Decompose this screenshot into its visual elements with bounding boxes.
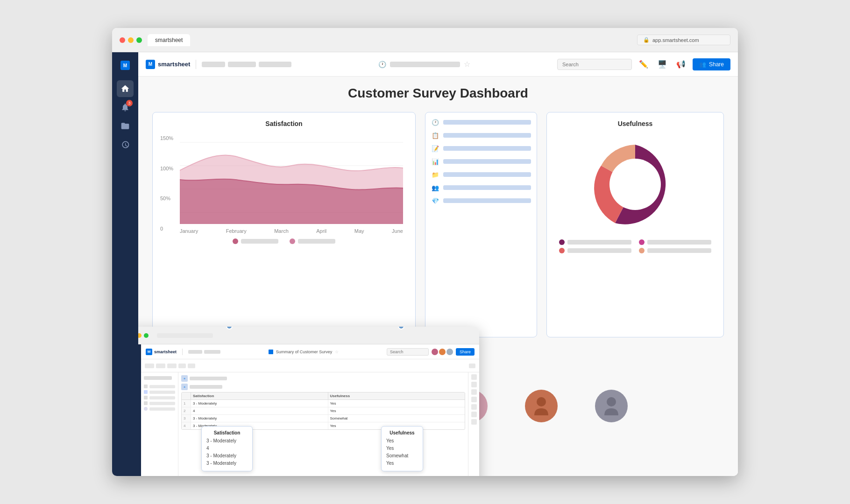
overlay-grid-row-1: 1 3 - Moderately Yes <box>182 400 465 407</box>
list-icon-3: 📝 <box>431 144 439 153</box>
overlay-nav-icon-3 <box>144 396 148 399</box>
sidebar-item-notifications[interactable]: 3 <box>117 99 134 116</box>
list-bar-3 <box>443 146 531 151</box>
overlay-right-icon-1[interactable] <box>471 374 477 380</box>
list-row-7: 💎 <box>431 196 531 205</box>
overlay-toolbar-btn-1[interactable] <box>145 364 154 368</box>
row-expand-icon[interactable]: + <box>181 375 188 382</box>
maximize-dot[interactable] <box>136 37 142 43</box>
overlay-toolbar-btn-2[interactable] <box>156 364 165 368</box>
usefulness-card-title: Usefulness <box>554 120 716 127</box>
overlay-left-nav <box>141 372 178 476</box>
satisfaction-card: Satisfaction 150% 100% 50% 0 <box>152 112 416 337</box>
announce-icon-btn[interactable]: 📢 <box>674 57 688 71</box>
overlay-right-icon-6[interactable] <box>471 412 477 417</box>
star-icon[interactable]: ☆ <box>464 60 470 69</box>
main-sidebar: M 3 <box>112 52 138 476</box>
search-input[interactable] <box>557 59 632 70</box>
present-icon-btn[interactable]: 🖥️ <box>655 57 669 71</box>
share-button[interactable]: 👥 Share <box>693 58 730 70</box>
url-text: app.smartsheet.com <box>652 37 699 43</box>
browser-tab-active[interactable]: smartsheet <box>148 34 190 46</box>
overlay-maximize-dot[interactable] <box>144 333 149 338</box>
overlay-header-right: Share <box>387 348 475 356</box>
overlay-breadcrumbs <box>188 350 220 354</box>
sidebar-item-home[interactable] <box>117 80 134 97</box>
overlay-avatar-strip <box>432 349 453 355</box>
usefulness-tooltip-row-1: Yes <box>386 437 418 445</box>
overlay-toolbar <box>141 359 479 372</box>
overlay-star-icon[interactable]: ☆ <box>335 350 339 354</box>
overlay-minimize-dot[interactable] <box>138 333 142 338</box>
row-num-3: 3 <box>182 415 191 422</box>
overlay-right-icon-2[interactable] <box>471 382 477 387</box>
sidebar-item-recent[interactable] <box>117 136 134 153</box>
overlay-nav-rows <box>144 376 175 411</box>
overlay-row-num-header <box>182 392 191 399</box>
avatar-2-svg <box>532 394 551 418</box>
overlay-nav-icon-2 <box>144 390 148 394</box>
overlay-right-icon-3[interactable] <box>471 389 477 395</box>
overlay-avatar-2 <box>439 349 446 355</box>
edit-icon-btn[interactable]: ✏️ <box>637 57 651 71</box>
donut-container <box>554 133 716 236</box>
row-bar-1 <box>190 377 227 380</box>
app-logo-text: smartsheet <box>158 61 190 68</box>
overlay-avatar-1 <box>432 349 438 355</box>
overlay-toolbar-btn-3[interactable] <box>167 364 177 368</box>
overlay-toolbar-btn-5[interactable] <box>188 364 195 368</box>
overlay-cell-3-2: Somewhat <box>328 415 465 422</box>
address-bar[interactable]: 🔒 app.smartsheet.com <box>637 35 730 45</box>
overlay-toolbar-btn-4[interactable] <box>178 364 186 368</box>
app-container: M 3 M smartsheet <box>112 52 738 476</box>
clock-icon: 🕐 <box>378 61 386 68</box>
logo-mark: M <box>120 61 130 70</box>
legend-dot-1 <box>233 238 238 244</box>
app-logo-mark: M <box>146 60 155 69</box>
overlay-right-icon-5[interactable] <box>471 404 477 410</box>
legend-dot-2 <box>290 238 295 244</box>
lock-icon: 🔒 <box>643 37 650 43</box>
list-row-2: 📋 <box>431 131 531 140</box>
overlay-right-icon-4[interactable] <box>471 397 477 402</box>
list-bar-2 <box>443 133 531 138</box>
y-label-100: 100% <box>160 166 173 171</box>
satisfaction-tooltip-row-3: 3 - Moderately <box>206 452 248 460</box>
sidebar-item-folders[interactable] <box>117 118 134 134</box>
overlay-app: ⌂ 🔔 📁 ☆ + M smartsh <box>138 344 479 476</box>
donut-legend-item-1 <box>559 239 631 245</box>
sidebar-logo: M <box>118 58 133 73</box>
row-expand-icon-2[interactable]: + <box>181 384 188 390</box>
donut-legend-bar-1 <box>567 240 631 245</box>
donut-legend-bar-2 <box>647 240 711 245</box>
overlay-right-panel <box>468 372 479 476</box>
svg-point-5 <box>537 397 546 406</box>
breadcrumb-1 <box>202 62 225 67</box>
overlay-nav-icon-5 <box>144 407 148 411</box>
overlay-divider <box>182 349 183 355</box>
satisfaction-chart-svg <box>180 133 403 226</box>
overlay-browser-top <box>138 327 479 344</box>
close-dot[interactable] <box>120 37 125 43</box>
usefulness-tooltip-row-3: Somewhat <box>386 452 418 460</box>
overlay-nav-icon-1 <box>144 385 148 388</box>
overlay-cell-2-2: Yes <box>328 407 465 414</box>
dashboard: Customer Survey Dashboard Satisfaction 1… <box>138 77 738 476</box>
overlay-share-button[interactable]: Share <box>456 348 475 356</box>
overlay-nav-bar-1 <box>149 385 175 388</box>
overlay-right-icon-7[interactable] <box>471 419 477 425</box>
overlay-grid-row-3: 3 3 - Moderately Somewhat <box>182 415 465 422</box>
browser-window: smartsheet 🔒 app.smartsheet.com M 3 <box>112 28 738 476</box>
list-row-3: 📝 <box>431 144 531 153</box>
overlay-nav-row-3 <box>144 396 175 399</box>
breadcrumb-3 <box>259 62 291 67</box>
minimize-dot[interactable] <box>128 37 134 43</box>
overlay-main: M smartsheet Summary o <box>141 344 479 476</box>
x-label-jun: June <box>392 228 403 234</box>
overlay-cell-1-1: 3 - Moderately <box>191 400 328 407</box>
overlay-toolbar-btn-6[interactable] <box>469 364 475 368</box>
avatar-2 <box>525 390 558 422</box>
overlay-title-center: Summary of Customer Survey ☆ <box>224 350 383 354</box>
overlay-search-input[interactable] <box>387 348 429 356</box>
overlay-nav-row-1 <box>144 385 175 388</box>
